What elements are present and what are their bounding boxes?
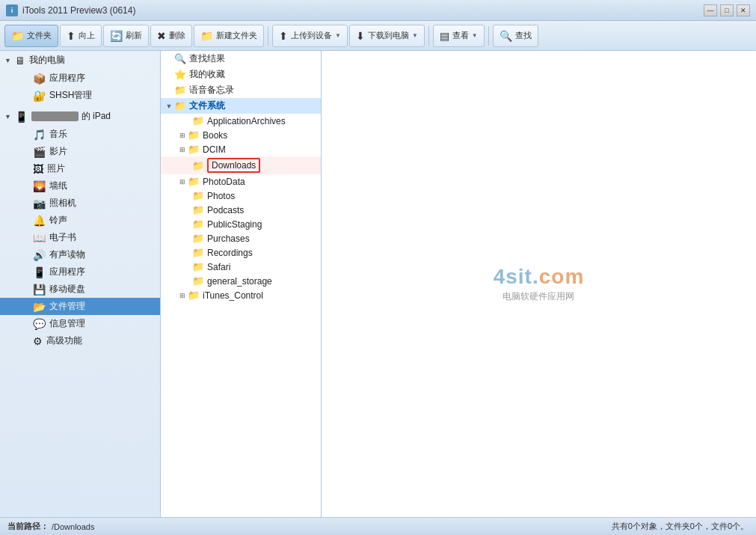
tree-item-search-results[interactable]: 🔍 查找结果 bbox=[161, 51, 321, 67]
view-dropdown-arrow: ▼ bbox=[472, 32, 478, 39]
sidebar-item-drive[interactable]: 💾 移动硬盘 bbox=[0, 281, 160, 298]
advanced-icon: ⚙ bbox=[33, 335, 43, 347]
toolbar-download-btn[interactable]: ⬇ 下载到电脑 ▼ bbox=[349, 25, 425, 47]
watermark-com: com bbox=[539, 265, 585, 288]
toolbar-delete-label: 删除 bbox=[169, 30, 185, 41]
sidebar-my-computer[interactable]: ▼ 🖥 我的电脑 bbox=[0, 51, 160, 70]
app-icon: i bbox=[6, 4, 18, 16]
tree-item-voice-memo[interactable]: 📁 语音备忘录 bbox=[161, 82, 321, 98]
my-computer-expand-icon: ▼ bbox=[4, 57, 12, 64]
file-browser: 🔍 查找结果 ⭐ 我的收藏 📁 语音备忘录 ▼ 📁 文件系统 bbox=[161, 51, 756, 517]
sidebar-item-filemanager-label: 文件管理 bbox=[49, 300, 85, 313]
tree-item-itunes-control[interactable]: ⊞ 📁 iTunes_Control bbox=[161, 288, 321, 302]
tree-item-apparchives[interactable]: 📁 ApplicationArchives bbox=[161, 114, 321, 128]
toolbar-search-btn[interactable]: 🔍 查找 bbox=[493, 25, 538, 47]
tree-item-downloads[interactable]: 📁 Downloads bbox=[161, 156, 321, 174]
toolbar-up-btn[interactable]: ⬆ 向上 bbox=[60, 25, 102, 47]
toolbar-refresh-btn[interactable]: 🔄 刷新 bbox=[103, 25, 149, 47]
toolbar-view-btn[interactable]: ▤ 查看 ▼ bbox=[433, 25, 485, 47]
sidebar-item-shsh[interactable]: 🔐 SHSH管理 bbox=[0, 87, 160, 104]
tree-item-publicstaging[interactable]: 📁 PublicStaging bbox=[161, 217, 321, 231]
delete-icon: ✖ bbox=[157, 30, 166, 42]
sidebar-item-ebooks[interactable]: 📖 电子书 bbox=[0, 229, 160, 246]
download-icon: ⬇ bbox=[356, 30, 365, 42]
photos-icon: 🖼 bbox=[33, 163, 43, 175]
sidebar-my-computer-label: 我的电脑 bbox=[29, 54, 65, 67]
tree-item-filesystem[interactable]: ▼ 📁 文件系统 bbox=[161, 98, 321, 114]
sidebar-item-applications[interactable]: 📱 应用程序 bbox=[0, 263, 160, 281]
photodata-icon: 📁 bbox=[188, 176, 200, 187]
tree-item-recordings[interactable]: 📁 Recordings bbox=[161, 245, 321, 260]
tree-item-podcasts[interactable]: 📁 Podcasts bbox=[161, 203, 321, 217]
music-icon: 🎵 bbox=[33, 129, 46, 141]
favorites-icon: ⭐ bbox=[174, 69, 186, 80]
safari-icon: 📁 bbox=[192, 261, 204, 272]
sidebar-item-ringtones-label: 铃声 bbox=[49, 214, 67, 227]
tree-item-publicstaging-label: PublicStaging bbox=[207, 219, 262, 230]
tree-item-favorites-label: 我的收藏 bbox=[189, 68, 225, 81]
tree-item-photodata[interactable]: ⊞ 📁 PhotoData bbox=[161, 174, 321, 189]
watermark-subtitle: 电脑软硬件应用网 bbox=[503, 290, 574, 303]
sidebar-item-photos[interactable]: 🖼 照片 bbox=[0, 160, 160, 177]
books-icon: 📁 bbox=[188, 129, 200, 141]
search-results-icon: 🔍 bbox=[174, 53, 186, 64]
sidebar-item-camera[interactable]: 📷 照相机 bbox=[0, 195, 160, 212]
tree-item-purchases[interactable]: 📁 Purchases bbox=[161, 231, 321, 245]
search-icon: 🔍 bbox=[500, 30, 512, 42]
photodata-expand: ⊞ bbox=[177, 178, 188, 186]
tree-item-safari[interactable]: 📁 Safari bbox=[161, 260, 321, 274]
tree-item-dcim-label: DCIM bbox=[203, 144, 226, 155]
current-path: /Downloads bbox=[52, 522, 612, 531]
maximize-button[interactable]: □ bbox=[720, 4, 734, 16]
tree-item-general-storage[interactable]: 📁 general_storage bbox=[161, 274, 321, 288]
device-expand-icon: ▼ bbox=[4, 113, 12, 120]
applications-icon: 📱 bbox=[33, 266, 46, 278]
toolbar-separator-3 bbox=[488, 26, 489, 46]
photos-icon: 📁 bbox=[192, 190, 204, 201]
sidebar-item-info[interactable]: 💬 信息管理 bbox=[0, 315, 160, 332]
content-panel: 4sit.com 电脑软硬件应用网 bbox=[322, 51, 756, 517]
shsh-icon: 🔐 bbox=[33, 90, 46, 102]
sidebar-item-apps[interactable]: 📦 应用程序 bbox=[0, 70, 160, 87]
sidebar-device[interactable]: ▼ 📱 ████████ 的 iPad bbox=[0, 107, 160, 126]
ebooks-icon: 📖 bbox=[33, 232, 46, 244]
sidebar-item-audiobooks[interactable]: 🔊 有声读物 bbox=[0, 246, 160, 263]
dcim-expand: ⊞ bbox=[177, 146, 188, 153]
close-button[interactable]: ✕ bbox=[737, 4, 750, 16]
tree-item-voice-memo-label: 语音备忘录 bbox=[189, 84, 234, 97]
ringtones-icon: 🔔 bbox=[33, 215, 46, 227]
tree-item-safari-label: Safari bbox=[207, 262, 230, 272]
sidebar-item-wallpaper[interactable]: 🌄 墙纸 bbox=[0, 177, 160, 195]
tree-item-favorites[interactable]: ⭐ 我的收藏 bbox=[161, 67, 321, 82]
tree-item-purchases-label: Purchases bbox=[207, 233, 250, 244]
sidebar-item-music[interactable]: 🎵 音乐 bbox=[0, 126, 160, 143]
toolbar-folder-btn[interactable]: 📁 文件夹 bbox=[4, 25, 58, 47]
recordings-icon: 📁 bbox=[192, 247, 204, 258]
purchases-icon: 📁 bbox=[192, 233, 204, 244]
sidebar-item-music-label: 音乐 bbox=[49, 128, 67, 141]
toolbar-upload-btn[interactable]: ⬆ 上传到设备 ▼ bbox=[272, 25, 348, 47]
itunes-control-expand: ⊞ bbox=[177, 292, 188, 299]
computer-icon: 🖥 bbox=[15, 55, 25, 67]
tree-item-photos-label: Photos bbox=[207, 191, 235, 201]
audiobooks-icon: 🔊 bbox=[33, 249, 46, 261]
toolbar-new-folder-btn[interactable]: 📁 新建文件夹 bbox=[194, 25, 264, 47]
toolbar-delete-btn[interactable]: ✖ 删除 bbox=[150, 25, 192, 47]
tree-item-photos[interactable]: 📁 Photos bbox=[161, 189, 321, 203]
folder-icon: 📁 bbox=[11, 30, 24, 42]
sidebar-item-advanced-label: 高级功能 bbox=[46, 334, 82, 347]
filesystem-icon: 📁 bbox=[174, 100, 186, 111]
sidebar-item-apps-label: 应用程序 bbox=[49, 72, 85, 85]
sidebar-item-movies[interactable]: 🎬 影片 bbox=[0, 143, 160, 160]
tree-item-books[interactable]: ⊞ 📁 Books bbox=[161, 128, 321, 142]
tree-item-dcim[interactable]: ⊞ 📁 DCIM bbox=[161, 142, 321, 156]
apparchives-icon: 📁 bbox=[192, 115, 204, 126]
toolbar-separator-2 bbox=[428, 26, 429, 46]
sidebar-item-advanced[interactable]: ⚙ 高级功能 bbox=[0, 332, 160, 349]
status-bar: 当前路径： /Downloads 共有0个对象，文件夹0个，文件0个。 bbox=[0, 517, 756, 535]
sidebar-item-movies-label: 影片 bbox=[49, 145, 67, 158]
sidebar-item-filemanager[interactable]: 📂 文件管理 bbox=[0, 298, 160, 315]
minimize-button[interactable]: — bbox=[704, 4, 717, 16]
sidebar-item-shsh-label: SHSH管理 bbox=[49, 89, 92, 102]
sidebar-item-ringtones[interactable]: 🔔 铃声 bbox=[0, 212, 160, 229]
